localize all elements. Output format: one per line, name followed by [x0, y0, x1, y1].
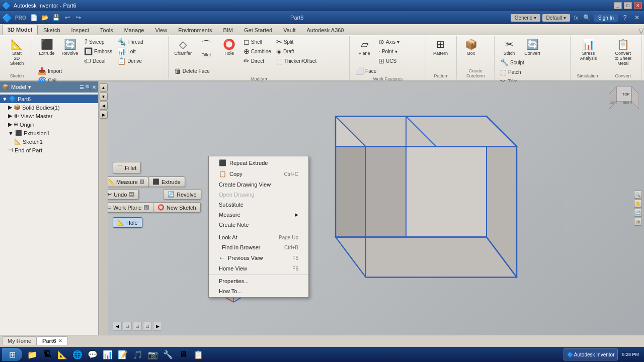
- import-button[interactable]: 📥 Import: [36, 66, 64, 75]
- measure-float-button[interactable]: 📏 Measure ≡: [108, 176, 148, 187]
- rotate-button[interactable]: 🔄: [634, 209, 642, 217]
- tab-sketch[interactable]: Sketch: [38, 25, 66, 35]
- sweep-button[interactable]: ⤴ Sweep: [82, 37, 114, 46]
- shell-button[interactable]: ◻ Shell: [242, 37, 273, 46]
- ucs-button[interactable]: ⊞ UCS: [376, 56, 401, 65]
- close-button[interactable]: ✕: [634, 2, 642, 9]
- emboss-button[interactable]: 🔲 Emboss: [82, 47, 114, 56]
- split-button[interactable]: ✂ Split: [274, 37, 318, 46]
- stress-analysis-button[interactable]: 📊 StressAnalysis: [574, 37, 602, 62]
- tab-a360[interactable]: Autodesk A360: [301, 25, 349, 35]
- fillet-float-button[interactable]: ⌒ Fillet: [113, 162, 141, 173]
- ctx-substitute[interactable]: Substitute: [209, 200, 308, 210]
- ctx-properties[interactable]: Properties...: [209, 276, 308, 286]
- taskbar-app1[interactable]: 🏗: [40, 348, 54, 361]
- thicken-button[interactable]: ⬚ Thicken/Offset: [274, 56, 318, 65]
- point-button[interactable]: · Point ▾: [376, 47, 401, 56]
- ctx-repeat-extrude[interactable]: ⬛ Repeat Extrude: [209, 157, 308, 168]
- stitch-button[interactable]: ✂ Stitch: [498, 37, 520, 57]
- maximize-button[interactable]: □: [624, 2, 632, 9]
- decal-button[interactable]: 🏷 Decal: [82, 56, 114, 65]
- panel-resize-handle[interactable]: [96, 81, 98, 335]
- undo-button[interactable]: ↩: [62, 13, 72, 23]
- nav-btn-2[interactable]: □: [123, 322, 132, 331]
- draft-button[interactable]: ◈ Draft: [274, 47, 318, 56]
- taskbar-explorer[interactable]: 📁: [25, 348, 39, 361]
- taskbar-inventor-active[interactable]: 🔷 Autodesk Inventor: [564, 348, 618, 360]
- nav-btn-4[interactable]: □: [143, 322, 152, 331]
- material-selector[interactable]: Default ▾: [542, 14, 570, 22]
- ctx-look-at[interactable]: Look At Page Up: [209, 232, 308, 242]
- tree-item-origin[interactable]: ▶ ⊕ Origin: [0, 120, 98, 129]
- nav-btn-1[interactable]: ◀: [113, 322, 122, 331]
- extrude-float-button[interactable]: ⬛ Extrude: [148, 176, 185, 187]
- convert-button[interactable]: 🔄 Convert: [521, 37, 543, 57]
- nav-down-button[interactable]: ▼: [100, 93, 108, 101]
- viewport[interactable]: ⌒ Fillet ⬛ Extrude 🔄 Revolve 📏 Measure ≡…: [108, 81, 644, 335]
- filter-icon[interactable]: ☰: [79, 84, 84, 90]
- revolve-button[interactable]: 🔄 Revolve: [59, 37, 81, 57]
- ctx-previous-view[interactable]: ← Previous View F5: [209, 252, 308, 263]
- ctx-measure[interactable]: Measure ▶: [209, 210, 308, 220]
- pan-button[interactable]: ✋: [634, 200, 642, 208]
- fit-button[interactable]: ⊞: [634, 218, 642, 226]
- zoom-button[interactable]: 🔍: [634, 191, 642, 199]
- convert-to-sheet-button[interactable]: 📋 Convertto Sheet Metal: [608, 37, 638, 67]
- patch-button[interactable]: ⬚ Patch: [498, 67, 526, 76]
- nav-btn-5[interactable]: ▶: [153, 322, 162, 331]
- ctx-create-note[interactable]: Create Note: [209, 220, 308, 230]
- nav-right-button[interactable]: ▶: [100, 111, 108, 119]
- start-2d-sketch-button[interactable]: 📐 Start2D Sketch: [5, 37, 29, 67]
- tab-tools[interactable]: Tools: [95, 25, 119, 35]
- search-panel-icon[interactable]: 🔍: [85, 84, 91, 90]
- taskbar-3d[interactable]: 🖥: [176, 348, 190, 361]
- box-button[interactable]: 📦 Box: [460, 37, 482, 57]
- tab-environments[interactable]: Environments: [173, 25, 217, 35]
- workspace-selector[interactable]: Generic ▾: [511, 14, 540, 22]
- fillet-button[interactable]: ⌒ Fillet: [195, 37, 217, 58]
- face-button[interactable]: ⬜ Face: [353, 66, 378, 75]
- help-icon[interactable]: ?: [620, 13, 630, 23]
- taskbar-chat[interactable]: 💬: [86, 348, 100, 361]
- tab-view[interactable]: View: [149, 25, 173, 35]
- tab-inspect[interactable]: Inspect: [66, 25, 95, 35]
- chamfer-button[interactable]: ◇ Chamfer: [172, 37, 194, 57]
- taskbar-clipboard[interactable]: 📋: [191, 348, 205, 361]
- ctx-find-in-browser[interactable]: Find in Browser Ctrl+B: [209, 242, 308, 252]
- tree-item-sketch1[interactable]: 📐 Sketch1: [0, 137, 98, 146]
- tab-part6[interactable]: Part6 ✕: [37, 336, 68, 345]
- minimize-button[interactable]: _: [614, 2, 622, 9]
- tree-item-extrusion1[interactable]: ▼ ⬛ Extrusion1: [0, 129, 98, 137]
- revolve-float-button[interactable]: 🔄 Revolve: [163, 189, 201, 200]
- start-button[interactable]: ⊞: [2, 348, 22, 361]
- tree-item-view-master[interactable]: ▶ 👁 View: Master: [0, 112, 98, 120]
- nav-left-button[interactable]: ◀: [100, 102, 108, 110]
- undo-float-button[interactable]: ↩ Undo ↩: [108, 189, 139, 200]
- tree-item-solid-bodies[interactable]: ▶ 📦 Solid Bodies(1): [0, 103, 98, 112]
- tab-manage[interactable]: Manage: [119, 25, 150, 35]
- tab-vault[interactable]: Vault: [278, 25, 301, 35]
- taskbar-camera[interactable]: 📷: [146, 348, 160, 361]
- search-icon[interactable]: 🔍: [582, 13, 592, 23]
- navicube[interactable]: TOP LEFT RIGHT: [609, 86, 639, 117]
- close-panel-icon[interactable]: ✕: [92, 84, 96, 90]
- axis-button[interactable]: ⊕ Axis ▾: [376, 37, 401, 46]
- ctx-copy[interactable]: 📋 Copy Ctrl+C: [209, 168, 308, 179]
- tree-item-end-of-part[interactable]: ⊣ End of Part: [0, 146, 98, 154]
- plane-button[interactable]: ▱ Plane: [353, 37, 375, 57]
- tab-3d-model[interactable]: 3D Model: [2, 25, 38, 35]
- taskbar-chrome[interactable]: 🌐: [70, 348, 85, 361]
- direct-button[interactable]: ✏ Direct: [242, 56, 273, 65]
- tree-item-part6[interactable]: ▼ 🔷 Part6: [0, 95, 98, 103]
- ctx-home-view[interactable]: Home View F6: [209, 263, 308, 274]
- hole-button[interactable]: ⭕ Hole: [218, 37, 240, 57]
- tab-close-icon[interactable]: ✕: [58, 338, 62, 343]
- taskbar-app2[interactable]: 📐: [55, 348, 69, 361]
- hole-float-button[interactable]: ⭕ New Sketch: [153, 202, 201, 213]
- new-button[interactable]: 📄: [29, 13, 39, 23]
- pattern-button[interactable]: ⊞ Pattern: [430, 37, 452, 57]
- new-sketch-float-button[interactable]: 📐 Hole: [113, 217, 142, 228]
- nav-up-button[interactable]: ▲: [100, 83, 108, 92]
- tab-bim[interactable]: BIM: [217, 25, 238, 35]
- taskbar-tools[interactable]: 🔧: [161, 348, 175, 361]
